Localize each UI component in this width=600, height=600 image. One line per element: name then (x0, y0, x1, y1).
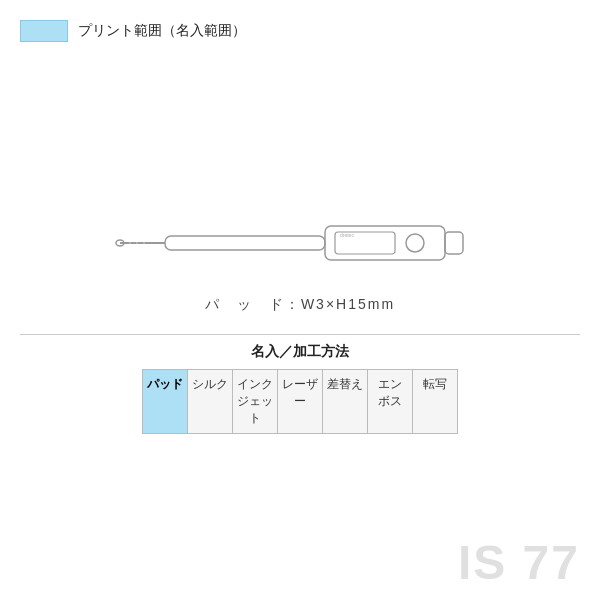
svg-rect-2 (165, 236, 325, 250)
tab-replace[interactable]: 差替え (323, 370, 368, 432)
svg-point-5 (406, 234, 424, 252)
tab-laser[interactable]: レーザー (278, 370, 323, 432)
tab-pad[interactable]: パッド (143, 370, 188, 432)
tab-inkjet[interactable]: インクジェット (233, 370, 278, 432)
thermometer-container: dretec (20, 208, 580, 278)
thermometer-svg: dretec (110, 208, 490, 278)
image-area: dretec パ ッ ド：W3×H15mm 名入／加工方法 パッドシルクインクジ… (20, 52, 580, 590)
svg-point-9 (136, 242, 138, 244)
watermark: IS 77 (458, 535, 580, 590)
svg-rect-6 (445, 232, 463, 254)
divider (20, 334, 580, 335)
svg-point-10 (143, 242, 145, 244)
pad-dimension-label: パ ッ ド：W3×H15mm (205, 296, 395, 314)
page-wrapper: プリント範囲（名入範囲） dretec (0, 0, 600, 600)
legend-color-box (20, 20, 68, 42)
tab-silk[interactable]: シルク (188, 370, 233, 432)
svg-point-8 (129, 242, 131, 244)
legend-row: プリント範囲（名入範囲） (20, 20, 580, 42)
tab-emboss[interactable]: エンボス (368, 370, 413, 432)
svg-text:dretec: dretec (340, 232, 354, 238)
tabs-row: パッドシルクインクジェットレーザー差替えエンボス転写 (142, 369, 458, 433)
section-title: 名入／加工方法 (251, 343, 349, 361)
tab-transfer[interactable]: 転写 (413, 370, 457, 432)
legend-label: プリント範囲（名入範囲） (78, 22, 246, 40)
